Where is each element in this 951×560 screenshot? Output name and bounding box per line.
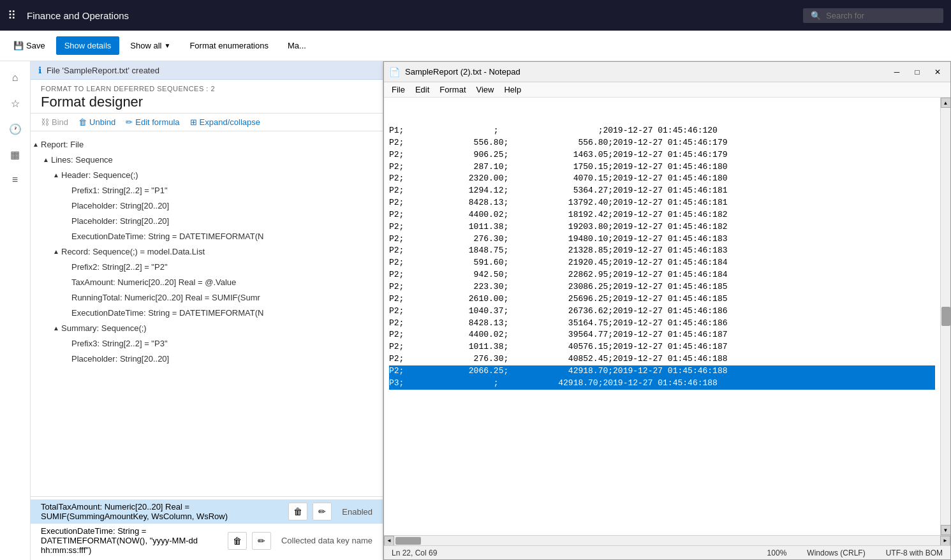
- app-title: Finance and Operations: [27, 10, 793, 21]
- edit-formula-icon: ✏: [126, 117, 133, 127]
- scroll-up-button[interactable]: ▲: [941, 98, 951, 108]
- tree-container[interactable]: ▲ Report: File ▲ Lines: Sequence ▲ Heade…: [31, 131, 383, 496]
- notepad-line: P2; 2066.25; 42918.70;2019-12-27 01:45:4…: [389, 365, 935, 378]
- notepad-menu-item-format[interactable]: Format: [434, 84, 471, 96]
- notepad-close-button[interactable]: ✕: [930, 66, 945, 78]
- tree-item[interactable]: Placeholder: String[20..20]: [31, 198, 383, 213]
- tree-item[interactable]: ▲ Summary: Sequence(;): [31, 320, 383, 335]
- scroll-down-button[interactable]: ▼: [941, 525, 951, 535]
- scroll-right-button[interactable]: ►: [940, 536, 950, 546]
- waffle-icon[interactable]: ⠿: [8, 8, 17, 22]
- tree-item[interactable]: ExecutionDateTime: String = DATETIMEFORM…: [31, 228, 383, 244]
- unbind-action[interactable]: 🗑 Unbind: [78, 117, 115, 127]
- prop-delete-button[interactable]: 🗑: [288, 503, 307, 520]
- sidebar-icon-recent[interactable]: 🕐: [4, 117, 27, 140]
- notepad-line: P2; 906.25; 1463.05;2019-12-27 01:45:46:…: [389, 149, 935, 161]
- tree-item[interactable]: ▲ Report: File: [31, 136, 383, 152]
- tree-item-text: Prefix2: String[2..2] = "P2": [71, 262, 378, 272]
- prop-label: Enabled: [342, 507, 372, 517]
- sidebar-icon-grid[interactable]: ▦: [4, 143, 27, 166]
- tree-item[interactable]: RunningTotal: Numeric[20..20] Real = SUM…: [31, 290, 383, 305]
- tree-item-text: Placeholder: String[20..20]: [71, 201, 378, 210]
- tree-item[interactable]: ▲ Lines: Sequence: [31, 152, 383, 167]
- search-box-container: 🔍: [803, 8, 943, 23]
- tree-item[interactable]: Placeholder: String[20..20]: [31, 213, 383, 228]
- show-all-button[interactable]: Show all ▼: [122, 36, 179, 55]
- search-input[interactable]: [826, 11, 928, 20]
- prop-delete-button[interactable]: 🗑: [228, 532, 247, 550]
- tree-arrow: ▲: [51, 325, 61, 332]
- tree-arrow: ▲: [31, 141, 41, 148]
- tree-item[interactable]: Prefix2: String[2..2] = "P2": [31, 259, 383, 274]
- notepad-menu-item-edit[interactable]: Edit: [410, 84, 434, 96]
- notepad-line: P2; 1011.38; 19203.80;2019-12-27 01:45:4…: [389, 221, 935, 233]
- show-details-button[interactable]: Show details: [56, 36, 120, 55]
- show-all-label: Show all: [130, 41, 161, 50]
- notepad-line: P2; 287.10; 1750.15;2019-12-27 01:45:46:…: [389, 161, 935, 173]
- notepad-line: P2; 1294.12; 5364.27;2019-12-27 01:45:46…: [389, 185, 935, 197]
- edit-formula-action[interactable]: ✏ Edit formula: [126, 117, 179, 127]
- tree-item-text: Prefix3: String[2..2] = "P3": [71, 339, 378, 348]
- tree-item[interactable]: ExecutionDateTime: String = DATETIMEFORM…: [31, 305, 383, 320]
- notepad-statusbar-right: 100% Windows (CRLF) UTF-8 with BOM: [767, 549, 943, 557]
- prop-row[interactable]: TotalTaxAmount: Numeric[20..20] Real = S…: [31, 499, 383, 524]
- sidebar-icon-home[interactable]: ⌂: [4, 66, 27, 89]
- show-all-chevron: ▼: [165, 42, 171, 49]
- notepad-menu-item-view[interactable]: View: [471, 84, 499, 96]
- panel-header: FORMAT TO LEARN DEFERRED SEQUENCES : 2 F…: [31, 80, 383, 114]
- tree-item[interactable]: ▲ Record: Sequence(;) = model.Data.List: [31, 244, 383, 259]
- save-button[interactable]: 💾 Save: [5, 36, 54, 55]
- notepad-line: P2; 8428.13; 35164.75;2019-12-27 01:45:4…: [389, 318, 935, 330]
- notepad-maximize-button[interactable]: □: [910, 66, 925, 78]
- sidebar-icon-list[interactable]: ≡: [4, 168, 27, 191]
- notepad-scrollbar-x[interactable]: ◄ ►: [384, 535, 950, 545]
- bind-action[interactable]: ⛓ Bind: [41, 117, 68, 127]
- tree-item[interactable]: TaxAmount: Numeric[20..20] Real = @.Valu…: [31, 274, 383, 290]
- tree-item-text: RunningTotal: Numeric[20..20] Real = SUM…: [71, 293, 378, 302]
- notepad-line: P2; 8428.13; 13792.40;2019-12-27 01:45:4…: [389, 197, 935, 209]
- prop-edit-button[interactable]: ✏: [252, 532, 271, 550]
- prop-row[interactable]: ExecutionDateTime: String = DATETIMEFORM…: [31, 524, 383, 557]
- tree-arrow: ▲: [51, 248, 61, 255]
- edit-formula-label: Edit formula: [135, 117, 179, 127]
- notepad-menu-item-file[interactable]: File: [387, 84, 410, 96]
- notepad-line: P1; ; ;2019-12-27 01:45:46:120: [389, 125, 935, 137]
- notepad-minimize-button[interactable]: ─: [889, 66, 904, 78]
- bind-icon: ⛓: [41, 117, 49, 127]
- notepad-line: P2; 556.80; 556.80;2019-12-27 01:45:46:1…: [389, 137, 935, 149]
- notepad-line: P2; 276.30; 40852.45;2019-12-27 01:45:46…: [389, 353, 935, 365]
- tree-item-text: Prefix1: String[2..2] = "P1": [71, 186, 378, 195]
- bottom-panel: TotalTaxAmount: Numeric[20..20] Real = S…: [31, 496, 383, 560]
- map-button[interactable]: Ma...: [279, 36, 314, 55]
- notepad-line: P2; 1848.75; 21328.85;2019-12-27 01:45:4…: [389, 245, 935, 257]
- format-enumerations-button[interactable]: Format enumerations: [181, 36, 277, 55]
- left-panel: ℹ File 'SampleReport.txt' created FORMAT…: [31, 61, 383, 560]
- notepad-title: SampleReport (2).txt - Notepad: [405, 67, 884, 77]
- tree-item[interactable]: Prefix3: String[2..2] = "P3": [31, 335, 383, 351]
- notepad-scrollbar-y[interactable]: ▲ ▼: [940, 98, 950, 535]
- tree-item[interactable]: Placeholder: String[20..20]: [31, 351, 383, 366]
- tree-item-text: Record: Sequence(;) = model.Data.List: [61, 247, 378, 256]
- map-label: Ma...: [288, 41, 306, 50]
- tree-arrow: ▲: [51, 172, 61, 179]
- notepad-text: P1; ; ;2019-12-27 01:45:46:120P2; 556.80…: [384, 98, 940, 535]
- top-nav: ⠿ Finance and Operations 🔍: [0, 0, 951, 31]
- action-bar: ⛓ Bind 🗑 Unbind ✏ Edit formula ⊞ Expand/…: [31, 114, 383, 131]
- notification-message: File 'SampleReport.txt' created: [47, 66, 159, 75]
- tree-item-text: ExecutionDateTime: String = DATETIMEFORM…: [71, 308, 378, 318]
- scroll-thumb-y[interactable]: [941, 307, 950, 326]
- format-enumerations-label: Format enumerations: [189, 41, 269, 50]
- panel-title: Format designer: [41, 94, 372, 110]
- scroll-thumb-x[interactable]: [395, 537, 421, 545]
- save-icon: 💾: [13, 41, 24, 50]
- tree-item-text: Header: Sequence(;): [61, 170, 378, 180]
- tree-item[interactable]: Prefix1: String[2..2] = "P1": [31, 182, 383, 198]
- notepad-encoding: UTF-8 with BOM: [886, 549, 943, 557]
- notepad-menu-item-help[interactable]: Help: [499, 84, 526, 96]
- sidebar-icon-star[interactable]: ☆: [4, 92, 27, 115]
- tree-item-text: ExecutionDateTime: String = DATETIMEFORM…: [71, 232, 378, 241]
- expand-collapse-action[interactable]: ⊞ Expand/collapse: [190, 117, 260, 127]
- tree-item[interactable]: ▲ Header: Sequence(;): [31, 167, 383, 182]
- prop-edit-button[interactable]: ✏: [313, 503, 332, 520]
- scroll-left-button[interactable]: ◄: [384, 536, 394, 546]
